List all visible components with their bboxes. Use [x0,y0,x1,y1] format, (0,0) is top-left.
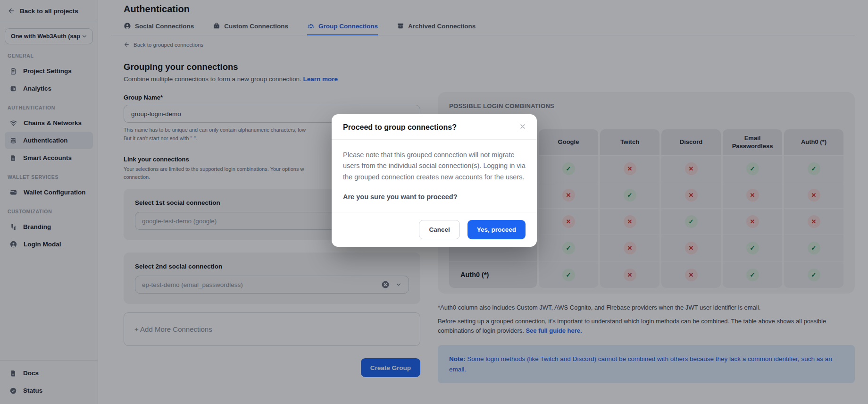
modal-question: Are you sure you want to proceed? [343,193,526,201]
modal-title: Proceed to group connections? [343,123,526,132]
cancel-button[interactable]: Cancel [419,220,459,239]
modal-header: Proceed to group connections? [332,114,537,140]
modal-body: Please note that this grouped connection… [332,140,537,212]
confirm-button[interactable]: Yes, proceed [467,220,526,239]
modal-body-text: Please note that this grouped connection… [343,150,526,183]
modal-footer: Cancel Yes, proceed [332,212,537,247]
app: Back to all projects One with Web3Auth (… [0,0,868,404]
proceed-modal: Proceed to group connections? Please not… [332,114,537,247]
close-icon[interactable] [517,121,528,132]
